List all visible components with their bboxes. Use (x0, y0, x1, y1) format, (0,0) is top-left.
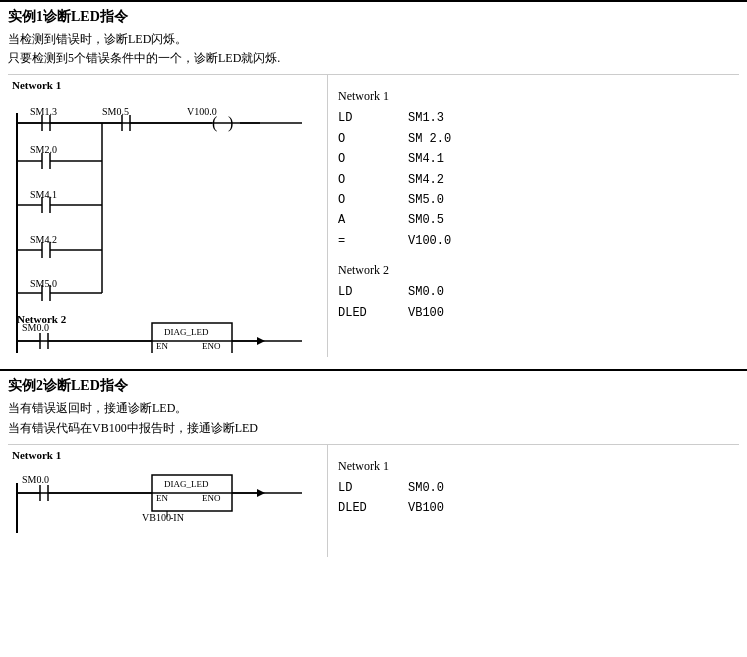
section-1: 实例1诊断LED指令 当检测到错误时，诊断LED闪烁。 只要检测到5个错误条件中… (0, 0, 747, 361)
stl-row-5: O SM5.0 (338, 190, 729, 210)
stl-net1-label: Network 1 (338, 89, 729, 104)
section-2-ladder: Network 1 SM0.0 DIAG_LED EN ENO (8, 445, 328, 557)
section-1-desc2: 只要检测到5个错误条件中的一个，诊断LED就闪烁. (8, 49, 739, 68)
stl-operand-1: SM1.3 (408, 108, 444, 128)
section-2-title: 实例2诊断LED指令 (8, 377, 739, 395)
section-1-ladder: Network 1 SM1.3 SM0.5 (8, 75, 328, 357)
section-2: 实例2诊断LED指令 当有错误返回时，接通诊断LED。 当有错误代码在VB100… (0, 369, 747, 560)
svg-text:SM4.2: SM4.2 (30, 234, 57, 245)
svg-text:SM1.3: SM1.3 (30, 106, 57, 117)
stl2-row-2: DLED VB100 (338, 498, 729, 518)
ladder-net1-label: Network 1 (12, 79, 323, 91)
stl-row-1: LD SM1.3 (338, 108, 729, 128)
stl-row-7: = V100.0 (338, 231, 729, 251)
stl-op-8: LD (338, 282, 388, 302)
stl2-net1-label: Network 1 (338, 459, 729, 474)
ladder-diagram-2: SM0.0 DIAG_LED EN ENO VB100 -IN (12, 463, 317, 553)
stl-row-4: O SM4.2 (338, 170, 729, 190)
ladder-diagram-1: SM1.3 SM0.5 V100.0 ( ) (12, 93, 317, 353)
svg-marker-59 (257, 337, 265, 345)
stl-op-5: O (338, 190, 388, 210)
svg-text:SM0.5: SM0.5 (102, 106, 129, 117)
stl-op-9: DLED (338, 303, 388, 323)
section-2-content: Network 1 SM0.0 DIAG_LED EN ENO (8, 444, 739, 557)
stl-operand-5: SM5.0 (408, 190, 444, 210)
svg-text:SM0.0: SM0.0 (22, 322, 49, 333)
stl-row-6: A SM0.5 (338, 210, 729, 230)
stl-row-8: LD SM0.0 (338, 282, 729, 302)
stl-row-9: DLED VB100 (338, 303, 729, 323)
stl-op-2: O (338, 129, 388, 149)
stl2-op-2: DLED (338, 498, 388, 518)
stl-operand-7: V100.0 (408, 231, 451, 251)
svg-text:ENO: ENO (202, 341, 221, 351)
svg-text:-IN: -IN (170, 512, 184, 523)
stl2-operand-1: SM0.0 (408, 478, 444, 498)
svg-text:DIAG_LED: DIAG_LED (164, 327, 209, 337)
svg-text:ENO: ENO (202, 493, 221, 503)
stl-op-1: LD (338, 108, 388, 128)
section-2-stl: Network 1 LD SM0.0 DLED VB100 (328, 445, 739, 557)
stl-operand-3: SM4.1 (408, 149, 444, 169)
svg-text:(: ( (212, 114, 217, 132)
stl-op-7: = (338, 231, 388, 251)
section-2-desc1: 当有错误返回时，接通诊断LED。 (8, 399, 739, 418)
ladder2-net1-label: Network 1 (12, 449, 323, 461)
section-1-desc: 当检测到错误时，诊断LED闪烁。 只要检测到5个错误条件中的一个，诊断LED就闪… (8, 30, 739, 68)
stl-row-3: O SM4.1 (338, 149, 729, 169)
stl-operand-8: SM0.0 (408, 282, 444, 302)
section-1-desc1: 当检测到错误时，诊断LED闪烁。 (8, 30, 739, 49)
stl-operand-9: VB100 (408, 303, 444, 323)
stl2-operand-2: VB100 (408, 498, 444, 518)
stl-row-2: O SM 2.0 (338, 129, 729, 149)
stl2-op-1: LD (338, 478, 388, 498)
stl-op-4: O (338, 170, 388, 190)
section-1-content: Network 1 SM1.3 SM0.5 (8, 74, 739, 357)
stl-op-3: O (338, 149, 388, 169)
section-2-desc: 当有错误返回时，接通诊断LED。 当有错误代码在VB100中报告时，接通诊断LE… (8, 399, 739, 437)
svg-text:EN: EN (156, 493, 168, 503)
stl-operand-2: SM 2.0 (408, 129, 451, 149)
stl-net2-label: Network 2 (338, 263, 729, 278)
section-1-stl: Network 1 LD SM1.3 O SM 2.0 O SM4.1 O SM… (328, 75, 739, 357)
svg-text:SM0.0: SM0.0 (22, 474, 49, 485)
section-1-title: 实例1诊断LED指令 (8, 8, 739, 26)
svg-text:SM4.1: SM4.1 (30, 189, 57, 200)
svg-text:DIAG_LED: DIAG_LED (164, 479, 209, 489)
section-2-desc2: 当有错误代码在VB100中报告时，接通诊断LED (8, 419, 739, 438)
stl-op-6: A (338, 210, 388, 230)
stl-operand-6: SM0.5 (408, 210, 444, 230)
svg-text:EN: EN (156, 341, 168, 351)
stl-operand-4: SM4.2 (408, 170, 444, 190)
svg-text:): ) (228, 114, 233, 132)
svg-text:SM5.0: SM5.0 (30, 278, 57, 289)
svg-text:SM2.0: SM2.0 (30, 144, 57, 155)
svg-marker-75 (257, 489, 265, 497)
stl2-row-1: LD SM0.0 (338, 478, 729, 498)
